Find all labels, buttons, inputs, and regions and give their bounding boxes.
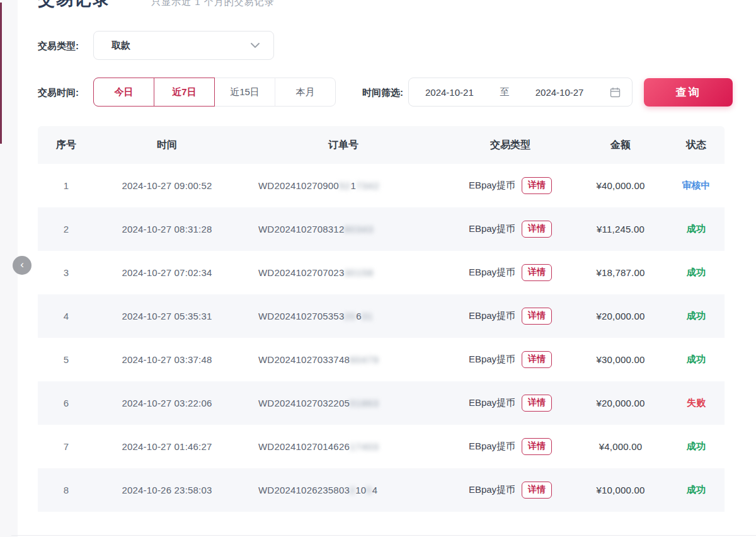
cell-index: 4 xyxy=(38,311,94,321)
order-segment: WD2024102708312 xyxy=(258,224,344,234)
blurred-order-segment: 20 xyxy=(344,311,356,321)
detail-badge-button[interactable]: 详情 xyxy=(522,351,552,368)
blurred-order-segment: 80343 xyxy=(344,224,374,234)
table-header-row: 序号 时间 订单号 交易类型 金额 状态 xyxy=(38,126,724,164)
collapse-sidebar-button[interactable]: ‹ xyxy=(13,256,32,275)
chevron-left-icon: ‹ xyxy=(20,258,24,270)
card-bottom-border xyxy=(11,535,756,536)
table-row: 5 2024-10-27 03:37:48 WD2024102703374860… xyxy=(38,338,724,381)
detail-badge-button[interactable]: 详情 xyxy=(522,308,552,325)
calendar-icon[interactable] xyxy=(610,87,621,98)
date-range-picker[interactable]: 2024-10-21 至 2024-10-27 xyxy=(408,78,633,107)
order-segment: 10 xyxy=(355,485,366,495)
detail-badge-button[interactable]: 详情 xyxy=(522,221,552,238)
table-row: 1 2024-10-27 09:00:52 WD2024102709005217… xyxy=(38,164,724,207)
cell-index: 2 xyxy=(38,224,94,234)
order-segment: 4 xyxy=(372,485,378,495)
order-segment: WD20241027032205 xyxy=(258,398,350,408)
blurred-order-segment: 17403 xyxy=(350,441,379,452)
cell-time: 2024-10-27 08:31:28 xyxy=(94,224,239,234)
cell-time: 2024-10-27 07:02:34 xyxy=(94,267,239,278)
status-badge: 审核中 xyxy=(668,180,724,192)
blurred-order-segment: 01863 xyxy=(350,398,379,408)
time-quick-filter-group: 今日 近7日 近15日 本月 xyxy=(93,78,336,107)
detail-badge-button[interactable]: 详情 xyxy=(522,177,552,194)
blurred-order-segment: 60479 xyxy=(350,354,379,365)
cell-type: EBpay提币 详情 xyxy=(447,395,573,412)
cell-amount: ¥30,000.00 xyxy=(573,354,668,365)
status-badge: 失败 xyxy=(668,397,724,409)
transaction-type-text: EBpay提币 xyxy=(469,484,515,496)
cell-index: 5 xyxy=(38,354,94,365)
cell-order-no: WD2024102703220501863 xyxy=(239,398,447,408)
cell-order-no: WD202410270831280343 xyxy=(239,224,447,234)
status-badge: 成功 xyxy=(668,223,724,235)
transaction-type-label: 交易类型: xyxy=(38,40,79,52)
order-segment: WD202410270900 xyxy=(258,180,339,191)
cell-amount: ¥20,000.00 xyxy=(573,398,668,408)
cell-time: 2024-10-27 09:00:52 xyxy=(94,180,239,191)
order-segment: WD2024102705353 xyxy=(258,311,344,321)
detail-badge-button[interactable]: 详情 xyxy=(522,395,552,412)
order-segment: WD20241026235803 xyxy=(258,485,350,495)
transactions-table: 序号 时间 订单号 交易类型 金额 状态 1 2024-10-27 09:00:… xyxy=(38,126,724,512)
cell-index: 7 xyxy=(38,441,94,452)
header-status: 状态 xyxy=(668,139,724,152)
status-badge: 成功 xyxy=(668,310,724,322)
transaction-type-text: EBpay提币 xyxy=(469,310,515,322)
table-body: 1 2024-10-27 09:00:52 WD2024102709005217… xyxy=(38,164,724,512)
date-from-value[interactable]: 2024-10-21 xyxy=(425,87,474,98)
cell-time: 2024-10-27 03:22:06 xyxy=(94,398,239,408)
table-row: 4 2024-10-27 05:35:31 WD2024102705353206… xyxy=(38,294,724,338)
page-subtitle: 只显示近 1 个月的交易记录 xyxy=(151,0,275,7)
left-accent-strip xyxy=(0,3,2,144)
cell-amount: ¥18,787.00 xyxy=(573,267,668,278)
time-filter-last7days[interactable]: 近7日 xyxy=(154,78,215,107)
blurred-order-segment: 7342 xyxy=(356,180,379,191)
transaction-type-text: EBpay提币 xyxy=(469,354,515,366)
transaction-type-text: EBpay提币 xyxy=(469,223,515,235)
cell-index: 1 xyxy=(38,180,94,191)
status-badge: 成功 xyxy=(668,484,724,496)
cell-amount: ¥20,000.00 xyxy=(573,311,668,321)
time-filter-today[interactable]: 今日 xyxy=(93,78,154,107)
detail-badge-button[interactable]: 详情 xyxy=(522,264,552,281)
transaction-type-text: EBpay提币 xyxy=(469,397,515,409)
chevron-down-icon xyxy=(251,42,260,49)
cell-order-no: WD202410270702330158 xyxy=(239,267,447,278)
cell-amount: ¥11,245.00 xyxy=(573,224,668,234)
cell-time: 2024-10-26 23:58:03 xyxy=(94,485,239,495)
detail-badge-button[interactable]: 详情 xyxy=(522,438,552,455)
header-amount: 金额 xyxy=(573,139,668,152)
date-range-label: 时间筛选: xyxy=(362,87,403,99)
cell-index: 6 xyxy=(38,398,94,408)
transaction-type-select[interactable]: 取款 xyxy=(93,31,274,60)
detail-badge-button[interactable]: 详情 xyxy=(522,482,552,499)
blurred-order-segment: 30158 xyxy=(344,267,374,278)
page-title: 交易记录 xyxy=(38,0,111,8)
blurred-order-segment: 2 xyxy=(350,485,355,495)
cell-time: 2024-10-27 03:37:48 xyxy=(94,354,239,365)
time-filter-last15days[interactable]: 近15日 xyxy=(214,78,275,107)
cell-amount: ¥10,000.00 xyxy=(573,485,668,495)
order-segment: WD2024102707023 xyxy=(258,267,344,278)
cell-order-no: WD202410270535320631 xyxy=(239,311,447,321)
cell-type: EBpay提币 详情 xyxy=(447,351,573,368)
header-type: 交易类型 xyxy=(447,139,573,152)
cell-order-no: WD2024102623580321054 xyxy=(239,485,447,495)
blurred-order-segment: 31 xyxy=(362,311,374,321)
time-filter-thismonth[interactable]: 本月 xyxy=(275,78,336,107)
cell-type: EBpay提币 详情 xyxy=(447,221,573,238)
status-badge: 成功 xyxy=(668,267,724,279)
order-segment: 1 xyxy=(351,180,357,191)
query-button[interactable]: 查询 xyxy=(644,78,733,107)
transaction-time-label: 交易时间: xyxy=(38,87,79,99)
order-segment: WD20241027033748 xyxy=(258,354,350,365)
date-to-value[interactable]: 2024-10-27 xyxy=(536,87,584,98)
cell-amount: ¥40,000.00 xyxy=(573,180,668,191)
transaction-type-text: EBpay提币 xyxy=(469,180,515,192)
cell-amount: ¥4,000.00 xyxy=(573,441,668,452)
cell-type: EBpay提币 详情 xyxy=(447,438,573,455)
cell-time: 2024-10-27 05:35:31 xyxy=(94,311,239,321)
cell-order-no: WD2024102709005217342 xyxy=(239,180,447,191)
